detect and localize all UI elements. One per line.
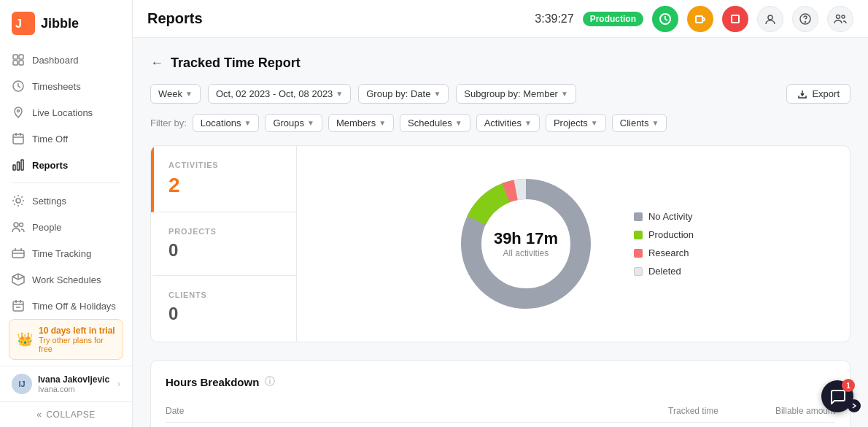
group-by-select[interactable]: Group by: Date ▼ bbox=[358, 84, 449, 104]
export-button[interactable]: Export bbox=[786, 84, 850, 104]
time-display: 3:39:27 bbox=[535, 12, 573, 26]
caret-icon: ▼ bbox=[433, 90, 441, 98]
svg-point-35 bbox=[837, 15, 840, 18]
svg-rect-31 bbox=[732, 15, 739, 23]
users-icon bbox=[12, 220, 25, 234]
sidebar-item-work-schedules[interactable]: Work Schedules bbox=[0, 266, 132, 293]
legend-item-no-activity: No Activity bbox=[634, 211, 694, 222]
svg-point-34 bbox=[805, 21, 806, 22]
svg-text:J: J bbox=[15, 18, 22, 30]
team-button[interactable] bbox=[827, 6, 853, 32]
sidebar-item-timesheets[interactable]: Timesheets bbox=[0, 73, 132, 99]
sidebar-item-label: Reports bbox=[32, 160, 68, 171]
break-button[interactable] bbox=[687, 6, 713, 32]
chat-icon bbox=[829, 388, 845, 404]
donut-center: 39h 17m All activities bbox=[494, 229, 558, 258]
main-content: Reports 3:39:27 Production bbox=[133, 0, 868, 427]
clients-value: 0 bbox=[168, 304, 282, 324]
sidebar-item-settings[interactable]: Settings bbox=[0, 188, 132, 214]
legend-dot bbox=[634, 212, 643, 221]
stat-clients[interactable]: CLIENTS 0 bbox=[151, 276, 296, 339]
user-email: Ivana.com bbox=[38, 385, 112, 393]
holiday-icon bbox=[12, 299, 25, 312]
sidebar-logo: J Jibble bbox=[0, 0, 132, 44]
nav-separator bbox=[12, 182, 120, 183]
chevron-right-icon: › bbox=[117, 379, 120, 389]
filter-groups[interactable]: Groups ▼ bbox=[265, 114, 322, 132]
settings-icon bbox=[12, 194, 25, 207]
svg-point-7 bbox=[18, 110, 20, 112]
sidebar-item-time-tracking[interactable]: Time Tracking bbox=[0, 240, 132, 266]
subgroup-by-select[interactable]: Subgroup by: Member ▼ bbox=[456, 84, 576, 104]
svg-point-15 bbox=[16, 199, 20, 203]
breakdown-title: Hours Breakdown bbox=[166, 376, 259, 388]
topbar: Reports 3:39:27 Production bbox=[133, 0, 868, 38]
svg-rect-14 bbox=[21, 160, 23, 170]
caret-icon: ▼ bbox=[185, 90, 193, 98]
breakdown-table-header: Date Tracked time Billable amount bbox=[166, 400, 835, 423]
caret-icon: ▼ bbox=[379, 119, 386, 127]
clock-in-button[interactable] bbox=[652, 6, 678, 32]
svg-point-16 bbox=[14, 223, 18, 227]
help-button[interactable] bbox=[792, 6, 818, 32]
tracking-icon bbox=[12, 247, 25, 260]
clock-icon bbox=[12, 80, 25, 93]
calendar-icon bbox=[12, 132, 25, 145]
filter-by-row: Filter by: Locations ▼ Groups ▼ Members … bbox=[150, 114, 850, 132]
filter-members[interactable]: Members ▼ bbox=[328, 114, 394, 132]
env-badge[interactable]: Production bbox=[583, 12, 643, 26]
user-profile[interactable]: IJ Ivana Jakovljevic Ivana.com › bbox=[0, 366, 132, 401]
sidebar-item-live-locations[interactable]: Live Locations bbox=[0, 99, 132, 126]
legend-dot bbox=[634, 231, 643, 239]
legend-dot bbox=[634, 267, 643, 276]
period-type-select[interactable]: Week ▼ bbox=[150, 84, 201, 104]
report-title: Tracked Time Report bbox=[171, 55, 301, 71]
trial-banner[interactable]: 👑 10 days left in trial Try other plans … bbox=[9, 319, 123, 360]
chat-expand-icon[interactable] bbox=[848, 399, 861, 412]
date-range-label: Oct, 02 2023 - Oct, 08 2023 bbox=[216, 88, 333, 99]
sidebar-item-people[interactable]: People bbox=[0, 214, 132, 240]
legend-item-deleted: Deleted bbox=[634, 266, 694, 277]
stats-panel: ACTIVITIES 2 PROJECTS 0 CLIENTS 0 bbox=[151, 146, 297, 342]
svg-rect-18 bbox=[12, 250, 24, 258]
svg-rect-8 bbox=[13, 134, 23, 144]
export-icon bbox=[797, 89, 807, 99]
sidebar-item-reports[interactable]: Reports bbox=[0, 152, 132, 178]
info-icon[interactable]: ⓘ bbox=[265, 375, 275, 388]
sidebar-item-dashboard[interactable]: Dashboard bbox=[0, 47, 132, 73]
sidebar-item-time-off[interactable]: Time Off bbox=[0, 126, 132, 152]
date-range-select[interactable]: Oct, 02 2023 - Oct, 08 2023 ▼ bbox=[208, 84, 351, 104]
legend-dot bbox=[634, 249, 643, 258]
sidebar: J Jibble Dashboard Timesheets Live Locat… bbox=[0, 0, 133, 427]
col-tracked-header: Tracked time bbox=[602, 406, 718, 416]
legend-label: Deleted bbox=[648, 266, 681, 277]
filter-projects[interactable]: Projects ▼ bbox=[546, 114, 606, 132]
filter-by-label: Filter by: bbox=[150, 118, 187, 128]
svg-rect-22 bbox=[13, 301, 23, 311]
subgroup-by-label: Subgroup by: Member bbox=[464, 88, 558, 99]
user-account-button[interactable] bbox=[757, 6, 783, 32]
projects-label: PROJECTS bbox=[168, 227, 282, 236]
stat-activities[interactable]: ACTIVITIES 2 bbox=[151, 146, 296, 212]
page-title: Reports bbox=[147, 10, 203, 27]
caret-icon: ▼ bbox=[455, 119, 462, 127]
chat-bubble[interactable]: 1 bbox=[821, 380, 853, 412]
chevrons-left-icon: « bbox=[36, 409, 42, 420]
collapse-button[interactable]: « COLLAPSE bbox=[0, 401, 132, 427]
stat-projects[interactable]: PROJECTS 0 bbox=[151, 212, 296, 276]
filter-clients[interactable]: Clients ▼ bbox=[612, 114, 667, 132]
grid-icon bbox=[12, 53, 25, 66]
user-name: Ivana Jakovljevic bbox=[38, 374, 112, 385]
stop-button[interactable] bbox=[722, 6, 748, 32]
legend-label: Production bbox=[648, 229, 694, 240]
filter-schedules[interactable]: Schedules ▼ bbox=[400, 114, 470, 132]
back-button[interactable]: ← bbox=[150, 55, 163, 71]
sidebar-item-label: Dashboard bbox=[32, 55, 79, 66]
sidebar-item-label: Live Locations bbox=[32, 107, 93, 118]
clients-label: CLIENTS bbox=[168, 291, 282, 299]
sidebar-item-time-off-holidays[interactable]: Time Off & Holidays bbox=[0, 293, 132, 313]
col-billable-header: Billable amount bbox=[718, 406, 835, 416]
trial-text: 10 days left in trial Try other plans fo… bbox=[39, 326, 115, 353]
filter-activities[interactable]: Activities ▼ bbox=[476, 114, 540, 132]
filter-locations[interactable]: Locations ▼ bbox=[193, 114, 260, 132]
